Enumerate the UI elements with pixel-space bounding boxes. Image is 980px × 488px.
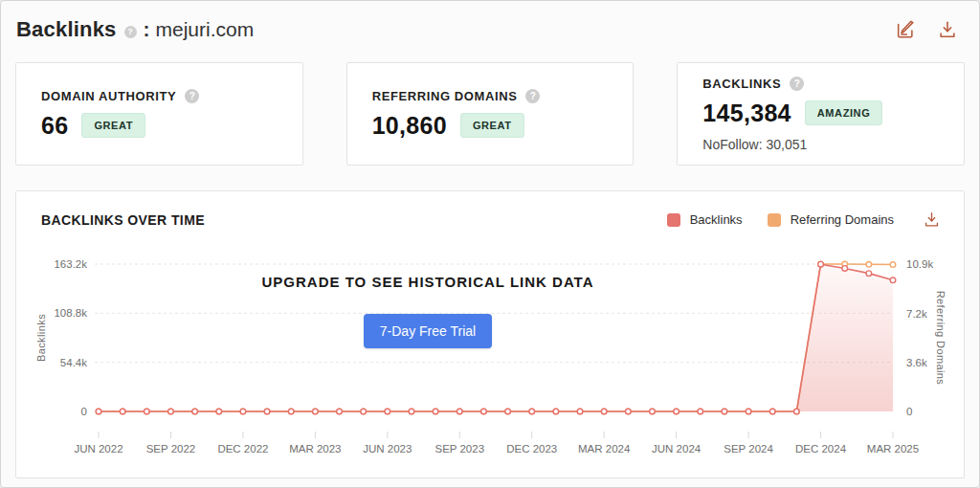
info-icon[interactable]: [124, 26, 137, 38]
header-toolbar: [895, 19, 958, 40]
free-trial-button[interactable]: 7-Day Free Trial: [364, 314, 492, 348]
svg-text:10.9k: 10.9k: [906, 258, 933, 270]
backlinks-swatch: [667, 213, 680, 227]
help-icon[interactable]: [525, 89, 540, 103]
svg-text:MAR 2024: MAR 2024: [578, 443, 631, 455]
svg-text:JUN 2023: JUN 2023: [363, 443, 412, 455]
svg-text:3.6k: 3.6k: [906, 357, 927, 368]
card-referring-domains-label: REFERRING DOMAINS: [372, 89, 518, 103]
svg-text:0: 0: [81, 406, 87, 417]
help-icon[interactable]: [790, 77, 804, 91]
title-separator: :: [144, 18, 150, 41]
page-title: Backlinks: [16, 17, 117, 42]
upgrade-overlay: UPGRADE TO SEE HISTORICAL LINK DATA 7-Da…: [16, 274, 839, 348]
svg-text:SEP 2024: SEP 2024: [724, 443, 773, 455]
status-badge: AMAZING: [805, 100, 883, 125]
domain-authority-value: 66: [41, 112, 68, 140]
legend-label: Backlinks: [690, 212, 743, 227]
referring-domains-swatch: [768, 213, 781, 227]
backlinks-over-time-chart: 163.2k108.8k54.4k010.9k7.2k3.6k0JUN 2022…: [16, 229, 966, 469]
nofollow-count: NoFollow: 30,051: [702, 137, 964, 152]
svg-text:SEP 2022: SEP 2022: [146, 443, 196, 455]
svg-text:DEC 2024: DEC 2024: [795, 443, 847, 455]
chart-download-icon[interactable]: [923, 211, 941, 229]
legend-item-referring-domains[interactable]: Referring Domains: [768, 212, 894, 227]
panel-header: BACKLINKS OVER TIME Backlinks Referring …: [16, 191, 964, 229]
svg-text:DEC 2023: DEC 2023: [506, 443, 557, 455]
svg-text:163.2k: 163.2k: [54, 258, 87, 270]
svg-text:Referring Domains: Referring Domains: [935, 291, 947, 386]
stats-row: DOMAIN AUTHORITY 66 GREAT REFERRING DOMA…: [15, 62, 965, 166]
legend-item-backlinks[interactable]: Backlinks: [667, 212, 743, 227]
svg-text:MAR 2023: MAR 2023: [289, 443, 341, 455]
svg-text:DEC 2022: DEC 2022: [217, 443, 268, 455]
legend-label: Referring Domains: [791, 212, 894, 227]
help-icon[interactable]: [185, 89, 199, 103]
card-backlinks-label: BACKLINKS: [702, 77, 781, 91]
edit-note-icon[interactable]: [895, 19, 916, 40]
panel-title: BACKLINKS OVER TIME: [41, 212, 205, 228]
card-backlinks: BACKLINKS 145,384 AMAZING NoFollow: 30,0…: [677, 62, 965, 166]
page-header: Backlinks : mejuri.com: [1, 1, 979, 42]
backlinks-value: 145,384: [702, 100, 791, 127]
svg-text:7.2k: 7.2k: [906, 308, 927, 320]
download-icon[interactable]: [937, 19, 958, 40]
card-domain-authority-label: DOMAIN AUTHORITY: [41, 89, 176, 103]
chart-legend: Backlinks Referring Domains: [667, 211, 941, 229]
svg-text:54.4k: 54.4k: [60, 357, 87, 368]
card-domain-authority: DOMAIN AUTHORITY 66 GREAT: [15, 62, 303, 166]
svg-text:JUN 2024: JUN 2024: [652, 443, 702, 455]
referring-domains-value: 10,860: [372, 112, 447, 140]
backlinks-dashboard: Backlinks : mejuri.com: [0, 0, 980, 488]
svg-text:MAR 2025: MAR 2025: [867, 443, 919, 455]
status-badge: GREAT: [460, 113, 524, 138]
svg-text:JUN 2022: JUN 2022: [74, 443, 122, 455]
upgrade-message: UPGRADE TO SEE HISTORICAL LINK DATA: [16, 274, 839, 290]
svg-text:SEP 2023: SEP 2023: [434, 443, 484, 455]
analyzed-domain: mejuri.com: [156, 18, 255, 41]
card-referring-domains: REFERRING DOMAINS 10,860 GREAT: [346, 62, 635, 166]
svg-text:0: 0: [906, 406, 912, 417]
status-badge: GREAT: [81, 113, 145, 138]
chart-region: 163.2k108.8k54.4k010.9k7.2k3.6k0JUN 2022…: [16, 229, 964, 469]
backlinks-over-time-panel: BACKLINKS OVER TIME Backlinks Referring …: [15, 190, 965, 478]
